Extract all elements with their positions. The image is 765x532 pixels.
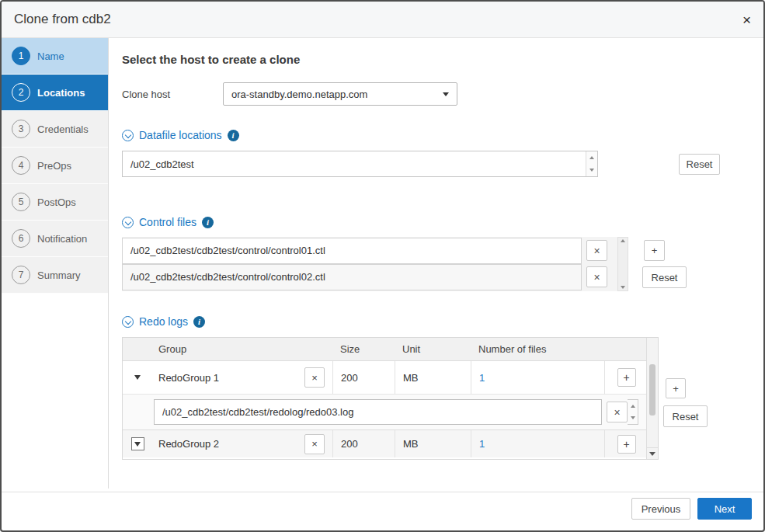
add-control-file-button[interactable]: +	[644, 240, 665, 261]
step-credentials[interactable]: 3 Credentials	[2, 111, 108, 148]
datafile-reset-button[interactable]: Reset	[679, 154, 720, 175]
datafile-location-value: /u02_cdb2test	[130, 158, 194, 170]
remove-control-file-button[interactable]: ×	[586, 240, 607, 261]
step-number: 7	[12, 266, 30, 284]
step-label: Notification	[37, 233, 87, 245]
redo-table-scrollbar[interactable]	[646, 338, 658, 459]
step-label: Name	[37, 50, 64, 62]
step-label: PostOps	[37, 196, 76, 208]
page-title: Select the host to create a clone	[122, 53, 300, 66]
add-redo-group-button[interactable]: +	[666, 378, 686, 398]
section-redo-logs: Redo logs	[122, 315, 205, 328]
info-icon[interactable]	[228, 130, 239, 141]
clone-host-value: ora-standby.demo.netapp.com	[231, 89, 367, 100]
table-header-row: Group Size Unit Number of files	[123, 338, 648, 361]
section-title: Control files	[139, 216, 196, 228]
info-icon[interactable]	[193, 316, 205, 328]
redo-logs-reset-button[interactable]: Reset	[663, 405, 708, 427]
collapse-icon[interactable]	[122, 217, 134, 228]
scrollbar-thumb[interactable]	[649, 364, 655, 416]
previous-button[interactable]: Previous	[631, 498, 690, 520]
step-postops[interactable]: 5 PostOps	[2, 184, 108, 221]
next-button[interactable]: Next	[697, 498, 752, 520]
redo-group-row: RedoGroup 2 × 200 MB 1 +	[123, 429, 648, 457]
column-header-size: Size	[332, 343, 395, 355]
close-icon[interactable]: ×	[742, 12, 751, 27]
collapse-icon[interactable]	[122, 130, 134, 141]
add-redo-log-button[interactable]: +	[617, 435, 636, 454]
add-redo-log-button[interactable]: +	[617, 368, 636, 387]
redo-group-row: RedoGroup 1 × 200 MB 1 +	[123, 361, 648, 394]
remove-redo-log-button[interactable]: ×	[607, 402, 628, 422]
expand-row-icon[interactable]	[131, 437, 144, 450]
spinner	[586, 151, 597, 176]
control-file-path-input[interactable]: /u02_cdb2test/cdb2test/control/control02…	[122, 264, 582, 290]
collapse-row-icon[interactable]	[134, 375, 141, 380]
step-number: 5	[12, 193, 30, 211]
info-icon[interactable]	[202, 217, 214, 228]
step-number: 1	[12, 47, 30, 65]
step-label: Credentials	[37, 123, 89, 135]
redo-size-cell[interactable]: 200	[332, 361, 395, 394]
spinner-up-icon[interactable]	[586, 151, 597, 164]
footer-divider	[2, 492, 763, 492]
remove-redo-group-button[interactable]: ×	[304, 367, 325, 388]
control-file-row: /u02_cdb2test/cdb2test/control/control02…	[122, 263, 607, 290]
section-title: Datafile locations	[139, 129, 222, 141]
wizard-steps: 1 Name 2 Locations 3 Credentials 4 PreOp…	[2, 38, 109, 489]
column-header-unit: Unit	[395, 343, 471, 355]
redo-size-cell[interactable]: 200	[332, 430, 395, 457]
step-label: Locations	[37, 87, 85, 99]
step-name[interactable]: 1 Name	[2, 38, 108, 75]
dialog-title: Clone from cdb2	[14, 12, 111, 27]
spinner-up-icon[interactable]	[628, 400, 638, 412]
step-summary[interactable]: 7 Summary	[2, 257, 108, 294]
redo-log-path-input[interactable]: /u02_cdb2test/cdb2test/redolog/redo03.lo…	[154, 399, 602, 425]
redo-unit-cell[interactable]: MB	[395, 430, 471, 457]
dialog-header: Clone from cdb2 ×	[2, 2, 763, 38]
control-files-reset-button[interactable]: Reset	[642, 266, 687, 288]
redo-log-detail-row: /u02_cdb2test/cdb2test/redolog/redo03.lo…	[123, 394, 648, 429]
spinner-down-icon[interactable]	[586, 164, 597, 176]
clone-dialog: Clone from cdb2 × 1 Name 2 Locations 3 C…	[0, 0, 765, 532]
redo-group-name: RedoGroup 2	[158, 438, 219, 450]
control-file-row: /u02_cdb2test/cdb2test/control/control01…	[122, 237, 607, 264]
datafile-location-input[interactable]: /u02_cdb2test	[122, 151, 598, 177]
redo-group-name: RedoGroup 1	[158, 372, 219, 384]
redo-unit-cell[interactable]: MB	[395, 361, 471, 394]
clone-host-select[interactable]: ora-standby.demo.netapp.com	[223, 82, 457, 106]
spinner-down-icon[interactable]	[628, 412, 638, 425]
section-control-files: Control files	[122, 216, 214, 228]
step-number: 3	[12, 120, 30, 138]
step-label: Summary	[37, 269, 81, 281]
spinner	[628, 399, 638, 425]
step-preops[interactable]: 4 PreOps	[2, 148, 108, 184]
column-header-group: Group	[152, 343, 332, 355]
scroll-down-icon[interactable]	[647, 447, 658, 459]
control-files-scrollbar[interactable]	[617, 237, 628, 291]
chevron-down-icon	[443, 92, 449, 96]
control-file-path-input[interactable]: /u02_cdb2test/cdb2test/control/control01…	[122, 238, 582, 264]
remove-control-file-button[interactable]: ×	[586, 266, 607, 287]
step-label: PreOps	[37, 160, 71, 172]
step-locations[interactable]: 2 Locations	[2, 75, 108, 111]
scroll-down-icon[interactable]	[621, 286, 625, 289]
redo-files-count[interactable]: 1	[479, 372, 485, 384]
step-number: 6	[12, 229, 30, 248]
section-datafile-locations: Datafile locations	[122, 129, 239, 141]
section-title: Redo logs	[139, 315, 188, 328]
scroll-up-icon[interactable]	[621, 239, 625, 242]
clone-host-label: Clone host	[122, 89, 170, 100]
control-files-list: /u02_cdb2test/cdb2test/control/control01…	[122, 237, 628, 291]
collapse-icon[interactable]	[122, 316, 134, 328]
column-header-number-of-files: Number of files	[471, 343, 604, 355]
remove-redo-group-button[interactable]: ×	[304, 434, 325, 454]
redo-logs-table: Group Size Unit Number of files RedoGrou…	[122, 337, 659, 460]
step-number: 4	[12, 156, 30, 175]
redo-files-count[interactable]: 1	[479, 438, 485, 450]
step-notification[interactable]: 6 Notification	[2, 221, 108, 257]
step-number: 2	[12, 83, 30, 102]
